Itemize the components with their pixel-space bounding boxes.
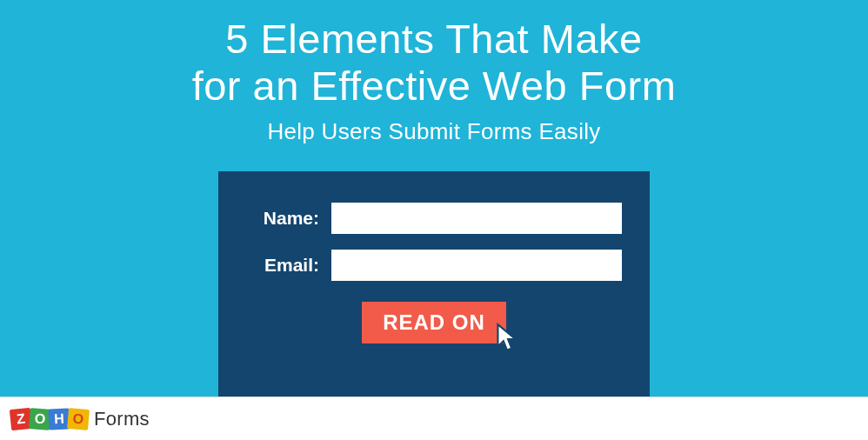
logo-tile-o2: O: [67, 407, 90, 430]
hero-section: 5 Elements That Make for an Effective We…: [0, 0, 868, 397]
form-row-email: Email:: [246, 250, 622, 281]
form-row-name: Name:: [246, 203, 622, 234]
email-input[interactable]: [331, 250, 622, 281]
email-label: Email:: [246, 255, 331, 276]
cursor-icon: [492, 323, 522, 356]
name-label: Name:: [246, 208, 331, 229]
name-input[interactable]: [331, 203, 622, 234]
headline: 5 Elements That Make for an Effective We…: [192, 16, 677, 110]
subheadline: Help Users Submit Forms Easily: [267, 118, 600, 145]
headline-line-1: 5 Elements That Make: [225, 16, 642, 62]
headline-line-2: for an Effective Web Form: [192, 63, 677, 109]
cta-wrap: READ ON: [362, 302, 506, 343]
read-on-button[interactable]: READ ON: [362, 302, 506, 343]
footer-bar: Z O H O Forms: [0, 397, 868, 440]
zoho-logo: Z O H O Forms: [10, 408, 150, 430]
form-panel: Name: Email: READ ON: [218, 171, 650, 397]
logo-product-name: Forms: [94, 408, 150, 430]
